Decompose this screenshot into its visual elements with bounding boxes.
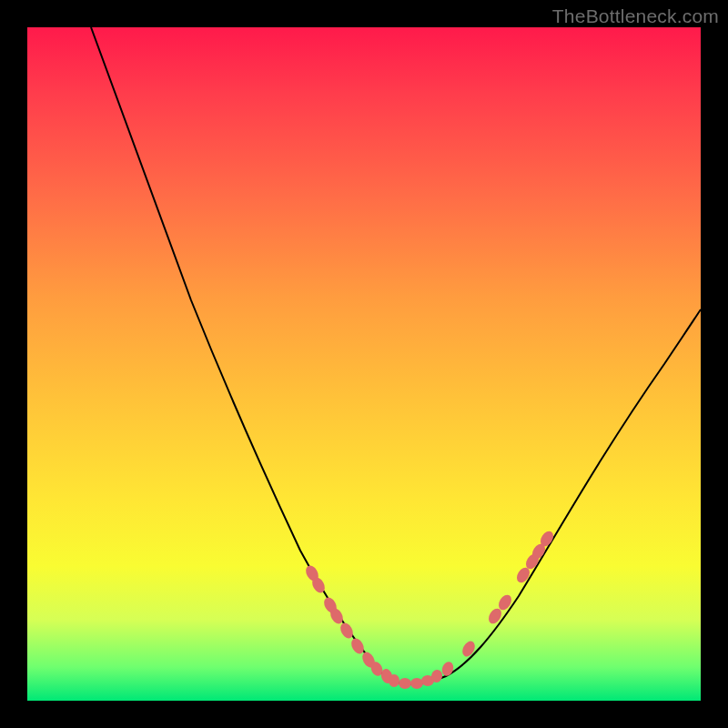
curve-right-branch	[396, 309, 701, 684]
marker-group	[303, 529, 556, 689]
plot-area	[27, 27, 701, 701]
curve-left-branch	[91, 27, 396, 682]
marker-point	[389, 674, 399, 687]
marker-point	[460, 639, 477, 659]
marker-point	[410, 678, 423, 689]
marker-point	[440, 660, 456, 677]
marker-point	[349, 636, 366, 656]
curve-svg	[27, 27, 701, 701]
marker-point	[399, 678, 411, 689]
chart-frame: TheBottleneck.com	[0, 0, 728, 728]
watermark-text: TheBottleneck.com	[552, 5, 719, 27]
